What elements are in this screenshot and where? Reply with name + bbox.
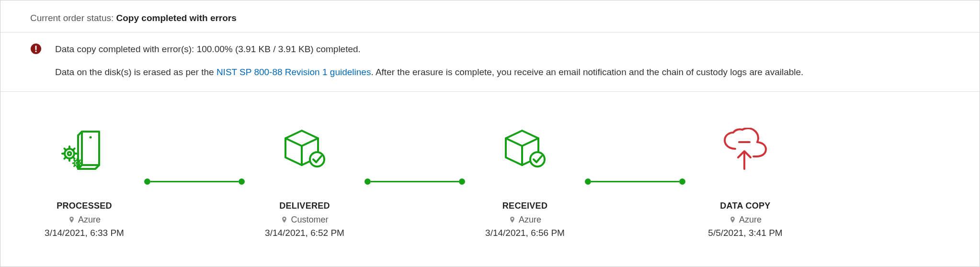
alert-line-1: Data copy completed with error(s): 100.0… bbox=[55, 42, 803, 56]
stage-delivered: DELIVERED Customer 3/14/2021, 6:52 PM bbox=[250, 125, 360, 238]
svg-point-4 bbox=[90, 136, 92, 138]
location-pin-icon bbox=[729, 215, 736, 224]
alert-text: Data copy completed with error(s): 100.0… bbox=[55, 42, 803, 80]
location-pin-icon bbox=[509, 215, 516, 224]
svg-line-22 bbox=[74, 165, 75, 166]
svg-rect-1 bbox=[35, 46, 37, 50]
stage-date: 5/5/2021, 3:41 PM bbox=[690, 228, 800, 238]
stage-title: RECEIVED bbox=[470, 201, 580, 211]
stage-location: Azure bbox=[690, 215, 800, 225]
timeline-connector bbox=[585, 158, 685, 206]
timeline-connector bbox=[144, 158, 245, 206]
svg-line-24 bbox=[74, 160, 75, 161]
svg-point-6 bbox=[68, 152, 71, 155]
alert-block: Data copy completed with error(s): 100.0… bbox=[0, 33, 980, 92]
order-timeline: PROCESSED Azure 3/14/2021, 6:33 PM bbox=[0, 92, 980, 238]
svg-rect-2 bbox=[35, 51, 37, 52]
processed-icon bbox=[29, 125, 139, 173]
alert-line-2-suffix: . After the erasure is complete, you rec… bbox=[371, 67, 803, 77]
stage-received: RECEIVED Azure 3/14/2021, 6:56 PM bbox=[470, 125, 580, 238]
svg-point-26 bbox=[310, 152, 324, 167]
nist-guidelines-link[interactable]: NIST SP 800-88 Revision 1 guidelines bbox=[217, 67, 371, 77]
alert-line-2: Data on the disk(s) is erased as per the… bbox=[55, 65, 803, 79]
location-pin-icon bbox=[281, 215, 288, 224]
stage-date: 3/14/2021, 6:33 PM bbox=[29, 228, 139, 238]
svg-line-21 bbox=[79, 165, 80, 166]
order-status-panel: Current order status: Copy completed wit… bbox=[0, 0, 980, 267]
delivered-icon bbox=[250, 125, 360, 173]
stage-title: DELIVERED bbox=[250, 201, 360, 211]
stage-title: DATA COPY bbox=[690, 201, 800, 211]
svg-line-23 bbox=[79, 160, 80, 161]
svg-line-14 bbox=[64, 148, 66, 150]
status-value: Copy completed with errors bbox=[116, 13, 237, 23]
status-label-prefix: Current order status: bbox=[30, 13, 116, 23]
data-copy-error-icon bbox=[690, 125, 800, 173]
alert-line-2-prefix: Data on the disk(s) is erased as per the bbox=[55, 67, 217, 77]
svg-point-28 bbox=[530, 152, 545, 167]
stage-date: 3/14/2021, 6:56 PM bbox=[470, 228, 580, 238]
stage-location: Azure bbox=[470, 215, 580, 225]
stage-processed: PROCESSED Azure 3/14/2021, 6:33 PM bbox=[29, 125, 139, 238]
stage-date: 3/14/2021, 6:52 PM bbox=[250, 228, 360, 238]
stage-data-copy: DATA COPY Azure 5/5/2021, 3:41 PM bbox=[690, 125, 800, 238]
timeline-connector bbox=[365, 158, 465, 206]
stage-location-text: Azure bbox=[519, 215, 541, 225]
stage-location-text: Azure bbox=[78, 215, 101, 225]
stage-title: PROCESSED bbox=[29, 201, 139, 211]
stage-location: Customer bbox=[250, 215, 360, 225]
stage-location-text: Azure bbox=[739, 215, 762, 225]
stage-location-text: Customer bbox=[291, 215, 328, 225]
location-pin-icon bbox=[68, 215, 75, 224]
status-header: Current order status: Copy completed wit… bbox=[0, 0, 980, 33]
svg-line-12 bbox=[64, 157, 66, 159]
received-icon bbox=[470, 125, 580, 173]
svg-line-13 bbox=[73, 148, 75, 150]
stage-location: Azure bbox=[29, 215, 139, 225]
error-icon bbox=[30, 43, 42, 55]
svg-line-11 bbox=[73, 157, 75, 159]
